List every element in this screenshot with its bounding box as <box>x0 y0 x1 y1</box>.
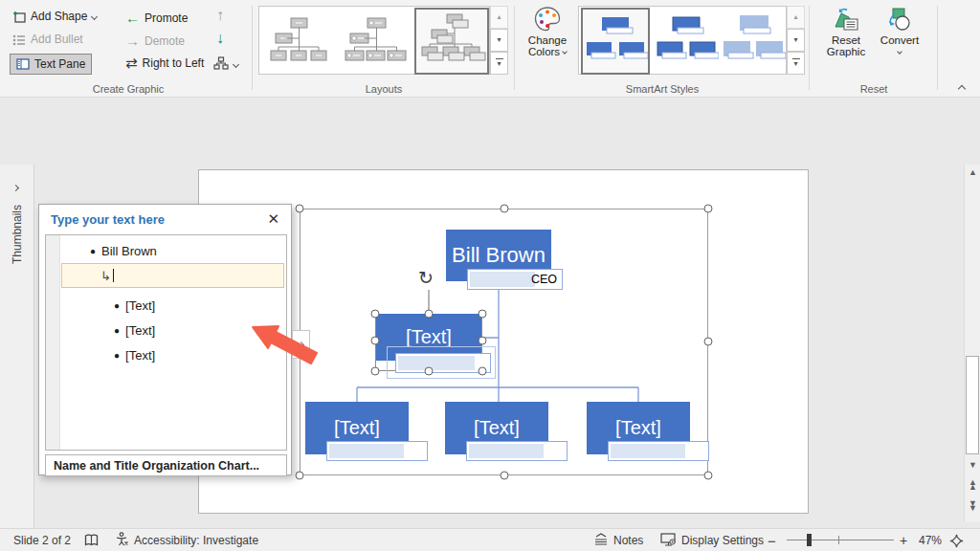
vertical-scrollbar[interactable]: ▲ ▼ ▲▲ ▼▼ <box>964 165 980 522</box>
right-to-left-button[interactable]: ⇄ Right to Left <box>122 54 207 73</box>
demote-arrow-icon: → <box>125 33 140 49</box>
handle-assistant-mid-left[interactable] <box>371 337 380 345</box>
bullet-icon: ● <box>90 246 96 256</box>
handle-assistant-bottom-right[interactable] <box>479 367 487 376</box>
text-pane-icon <box>16 58 30 71</box>
display-settings-icon <box>660 533 677 549</box>
scroll-up-arrow[interactable]: ▲ <box>966 168 980 177</box>
bullet-icon: ● <box>114 325 120 336</box>
zoom-slider-thumb[interactable] <box>807 534 812 546</box>
handle-frame-top-left[interactable] <box>296 205 304 213</box>
move-up-button: ↑ <box>216 7 224 24</box>
org-root-title-text: CEO <box>531 273 557 286</box>
handle-assistant-bottom-mid[interactable] <box>425 367 434 376</box>
handle-frame-top-mid[interactable] <box>501 205 509 213</box>
layouts-scroll-up[interactable]: ▴ <box>490 6 508 29</box>
rotate-handle-icon[interactable]: ↻ <box>418 267 434 289</box>
zoom-level[interactable]: 47% <box>919 529 942 551</box>
text-pane-expand-button[interactable] <box>292 330 310 359</box>
zoom-in-button[interactable]: + <box>900 529 907 551</box>
change-colors-button[interactable]: Change Colors <box>520 6 575 57</box>
convert-icon <box>885 6 914 34</box>
sub-bullet-arrow-icon: ↳ <box>100 269 111 283</box>
slide-indicator[interactable]: Slide 2 of 2 <box>13 529 71 551</box>
scrollbar-thumb[interactable] <box>966 356 979 454</box>
spellcheck-icon[interactable] <box>84 529 99 551</box>
collapse-ribbon-button[interactable] <box>958 85 966 93</box>
next-slide-button[interactable]: ▼▼ <box>966 501 980 511</box>
styles-gallery-scroll: ▴ ▾ ▾ <box>787 6 805 75</box>
handle-frame-mid-right[interactable] <box>704 338 713 346</box>
group-layouts: ▴ ▾ ▾ Layouts <box>256 0 512 98</box>
text-pane-title: Type your text here <box>51 212 165 227</box>
move-down-button[interactable]: ↓ <box>216 30 224 47</box>
display-settings-toggle[interactable]: Display Settings <box>660 529 764 551</box>
convert-button[interactable]: Convert <box>874 6 925 54</box>
demote-button: → Demote <box>122 32 188 50</box>
zoom-slider-track[interactable] <box>787 540 894 540</box>
reset-graphic-button[interactable]: Reset Graphic <box>820 6 872 57</box>
handle-frame-bottom-mid[interactable] <box>501 472 509 480</box>
org-layout-button[interactable] <box>211 55 241 74</box>
text-pane-row-2-selected[interactable]: ↳ <box>61 263 284 288</box>
zoom-slider-center-tick <box>838 536 839 544</box>
text-pane-button[interactable]: Text Pane <box>10 54 92 75</box>
smartart-text-pane: Type your text here ✕ ● Bill Brown ↳ ● [… <box>38 204 292 475</box>
zoom-out-button[interactable]: − <box>768 529 776 551</box>
layouts-more-button[interactable]: ▾ <box>490 52 508 75</box>
handle-assistant-top-right[interactable] <box>479 310 487 319</box>
add-shape-button[interactable]: Add Shape <box>10 9 100 24</box>
text-pane-row-3[interactable]: ● [Text] <box>61 294 284 317</box>
text-pane-row-5[interactable]: ● [Text] <box>61 343 284 366</box>
style-option-1-selected[interactable] <box>581 8 650 75</box>
expand-thumbnails-icon[interactable] <box>12 185 19 191</box>
text-pane-row-4[interactable]: ● [Text] <box>61 319 284 342</box>
reset-graphic-icon <box>832 6 860 34</box>
fit-slide-to-window-icon[interactable] <box>949 529 964 551</box>
handle-assistant-bottom-left[interactable] <box>371 367 380 376</box>
style-option-2[interactable] <box>654 10 719 73</box>
layout-option-1[interactable] <box>263 11 334 72</box>
group-label-reset: Reset <box>813 83 935 95</box>
styles-scroll-down[interactable]: ▾ <box>787 29 805 52</box>
status-bar: Slide 2 of 2 Accessibility: Investigate … <box>0 528 980 551</box>
bullet-icon: ● <box>114 350 120 361</box>
layouts-gallery-scroll: ▴ ▾ ▾ <box>490 6 508 75</box>
smartart-styles-gallery <box>578 6 787 75</box>
accessibility-status[interactable]: Accessibility: Investigate <box>115 529 258 551</box>
add-bullet-icon <box>12 33 26 46</box>
thumbnails-panel-collapsed[interactable]: Thumbnails <box>0 165 34 528</box>
text-pane-row-1[interactable]: ● Bill Brown <box>61 239 284 262</box>
style-option-3[interactable] <box>721 10 786 73</box>
scroll-down-arrow[interactable]: ▼ <box>966 461 980 470</box>
org-child-title-1[interactable] <box>326 441 428 461</box>
promote-arrow-icon: ← <box>125 10 140 26</box>
layout-option-2[interactable] <box>340 11 411 72</box>
text-cursor <box>113 269 114 282</box>
group-create-graphic: Add Shape Add Bullet Text Pane ← Promote <box>8 0 249 98</box>
notes-toggle[interactable]: Notes <box>593 529 643 551</box>
handle-frame-top-right[interactable] <box>704 205 713 213</box>
handle-assistant-mid-right[interactable] <box>479 337 487 345</box>
thumbnails-label: Thumbnails <box>11 205 24 264</box>
text-pane-header: Type your text here ✕ <box>39 205 291 233</box>
promote-button[interactable]: ← Promote <box>122 9 190 27</box>
org-child-title-2[interactable] <box>466 441 568 461</box>
org-chart-icon <box>213 56 229 73</box>
group-label-create-graphic: Create Graphic <box>8 83 249 95</box>
handle-frame-bottom-right[interactable] <box>704 472 713 480</box>
group-reset: Reset Graphic Convert Reset <box>813 0 935 98</box>
org-root-title-shape[interactable]: CEO <box>467 269 563 290</box>
layout-option-3-selected[interactable] <box>414 8 489 75</box>
handle-frame-bottom-left[interactable] <box>296 472 304 480</box>
org-assistant-title-shape[interactable] <box>395 353 491 373</box>
handle-assistant-top-left[interactable] <box>371 310 380 319</box>
previous-slide-button[interactable]: ▲▲ <box>966 480 980 490</box>
text-pane-close-icon[interactable]: ✕ <box>267 210 279 228</box>
org-child-title-3[interactable] <box>608 441 709 461</box>
styles-scroll-up[interactable]: ▴ <box>787 6 805 29</box>
layouts-scroll-down[interactable]: ▾ <box>490 29 508 52</box>
handle-assistant-top-mid[interactable] <box>425 310 434 319</box>
styles-more-button[interactable]: ▾ <box>787 52 805 75</box>
add-shape-icon <box>12 11 26 23</box>
